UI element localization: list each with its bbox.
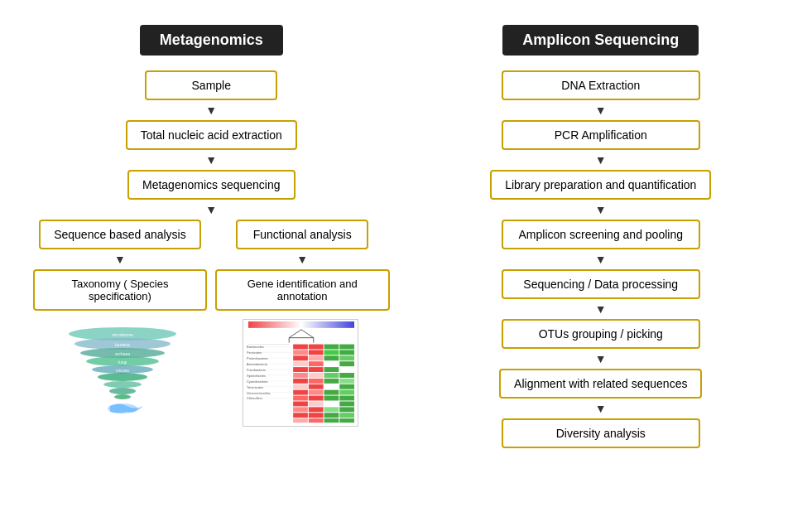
microbiome-graphic: microbiome bacteria archaea fungi viruse… — [65, 319, 180, 427]
svg-rect-48 — [309, 384, 324, 389]
svg-rect-23 — [293, 350, 308, 355]
step-functional: Functional analysis — [236, 220, 368, 249]
svg-rect-31 — [293, 361, 308, 366]
svg-rect-71 — [293, 418, 308, 423]
svg-text:Bacteroides: Bacteroides — [247, 345, 264, 349]
arrow-4 — [114, 249, 126, 269]
heatmap-graphic: Bacteroides Firmicutes Proteobacteria Ac… — [243, 319, 358, 427]
left-panel: Metagenomics Sample Total nucleic acid e… — [17, 17, 406, 500]
step-library: Library preparation and quantification — [490, 170, 711, 200]
svg-text:Fusobacteria: Fusobacteria — [247, 368, 266, 372]
svg-rect-61 — [324, 401, 339, 406]
svg-rect-19 — [293, 345, 308, 350]
svg-rect-58 — [339, 396, 354, 401]
svg-rect-39 — [293, 373, 308, 378]
svg-text:Verrucomicrobia: Verrucomicrobia — [247, 391, 271, 395]
arrow-r2 — [595, 150, 607, 170]
step-sequence-analysis: Sequence based analysis — [39, 220, 201, 249]
svg-point-9 — [108, 403, 137, 413]
svg-rect-15 — [248, 321, 354, 328]
svg-text:viruses: viruses — [116, 368, 129, 373]
right-panel: Amplicon Sequencing DNA Extraction PCR A… — [406, 17, 796, 500]
svg-point-6 — [103, 381, 142, 388]
svg-rect-68 — [309, 413, 324, 418]
svg-rect-42 — [339, 373, 354, 378]
branch-right: Functional analysis Gene identification … — [215, 220, 390, 311]
svg-rect-43 — [293, 379, 308, 384]
arrow-r7 — [595, 399, 607, 418]
step-otus: OTUs grouping / picking — [502, 319, 700, 349]
arrow-5 — [296, 249, 308, 269]
svg-rect-67 — [293, 413, 308, 418]
svg-rect-45 — [324, 379, 339, 384]
step-data-processing: Sequencing / Data processing — [502, 269, 700, 299]
svg-text:Chloroflexi: Chloroflexi — [247, 396, 262, 400]
svg-rect-50 — [339, 384, 354, 389]
svg-rect-52 — [309, 390, 324, 395]
arrow-1 — [205, 100, 217, 120]
left-flow: Sample Total nucleic acid extraction Met… — [33, 70, 390, 427]
svg-rect-21 — [324, 345, 339, 350]
branch-left: Sequence based analysis Taxonomy ( Speci… — [33, 220, 207, 311]
svg-rect-20 — [309, 345, 324, 350]
svg-rect-40 — [309, 373, 324, 378]
svg-text:Tenericutes: Tenericutes — [247, 385, 263, 389]
svg-text:archaea: archaea — [115, 351, 130, 356]
svg-rect-72 — [309, 418, 324, 423]
arrow-2 — [205, 150, 217, 170]
svg-rect-41 — [324, 373, 339, 378]
arrow-r6 — [595, 349, 607, 369]
svg-rect-73 — [324, 418, 339, 423]
svg-rect-28 — [309, 355, 324, 360]
svg-rect-27 — [293, 355, 308, 360]
svg-rect-35 — [293, 367, 308, 372]
step-gene: Gene identification and annotation — [215, 269, 390, 311]
svg-rect-26 — [339, 350, 354, 355]
svg-point-8 — [114, 394, 131, 399]
step-diversity: Diversity analysis — [502, 418, 700, 448]
svg-rect-69 — [324, 413, 339, 418]
step-pcr: PCR Amplification — [502, 120, 700, 150]
svg-rect-66 — [339, 407, 354, 412]
svg-rect-51 — [293, 390, 308, 395]
main-container: Metagenomics Sample Total nucleic acid e… — [0, 0, 812, 517]
svg-rect-62 — [339, 401, 354, 406]
svg-rect-46 — [339, 379, 354, 384]
images-row: microbiome bacteria archaea fungi viruse… — [33, 319, 390, 427]
svg-rect-59 — [293, 401, 308, 406]
svg-rect-30 — [339, 355, 354, 360]
svg-rect-55 — [293, 396, 308, 401]
step-alignment: Alignment with related sequences — [499, 369, 702, 399]
arrow-r5 — [595, 299, 607, 319]
svg-rect-37 — [324, 367, 339, 372]
step-dna-extraction: DNA Extraction — [502, 70, 700, 100]
svg-rect-56 — [309, 396, 324, 401]
svg-rect-54 — [339, 390, 354, 395]
arrow-r3 — [595, 200, 607, 220]
svg-text:fungi: fungi — [118, 360, 127, 365]
svg-text:Spirochaetes: Spirochaetes — [247, 374, 266, 378]
svg-rect-29 — [324, 355, 339, 360]
svg-rect-32 — [309, 361, 324, 366]
svg-rect-36 — [309, 367, 324, 372]
step-sample: Sample — [145, 70, 277, 100]
svg-point-7 — [109, 388, 136, 394]
arrow-3 — [205, 200, 217, 220]
step-nucleic: Total nucleic acid extraction — [126, 120, 297, 150]
step-sequencing: Metagenomics sequencing — [127, 170, 295, 200]
step-amplicon-screening: Amplicon screening and pooling — [502, 220, 700, 249]
svg-rect-47 — [293, 384, 308, 389]
left-title: Metagenomics — [140, 25, 283, 56]
svg-rect-53 — [324, 390, 339, 395]
right-title: Amplicon Sequencing — [502, 25, 699, 56]
svg-rect-49 — [324, 384, 339, 389]
right-flow: DNA Extraction PCR Amplification Library… — [423, 70, 780, 448]
svg-rect-22 — [339, 345, 354, 350]
svg-text:bacteria: bacteria — [115, 342, 130, 347]
svg-rect-33 — [324, 361, 339, 366]
branch-row: Sequence based analysis Taxonomy ( Speci… — [33, 220, 390, 311]
arrow-r4 — [595, 249, 607, 269]
svg-text:Cyanobacteria: Cyanobacteria — [247, 379, 268, 384]
svg-rect-65 — [324, 407, 339, 412]
svg-text:microbiome: microbiome — [112, 332, 133, 337]
